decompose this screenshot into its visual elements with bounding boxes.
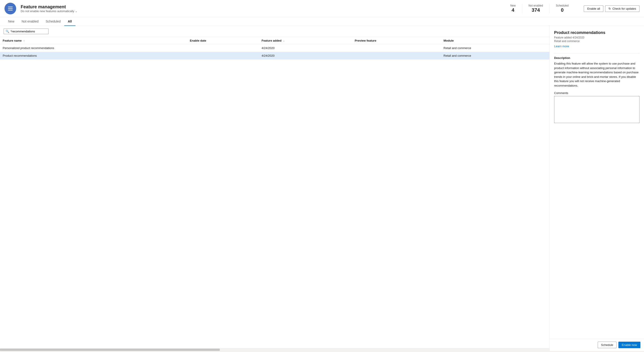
- col-enable-date[interactable]: Enable date: [187, 37, 259, 44]
- page-header: Feature management Do not enable new fea…: [0, 0, 644, 17]
- stat-scheduled: Scheduled 0: [550, 4, 575, 13]
- stat-not-enabled-value: 374: [528, 7, 543, 13]
- subtitle-dropdown[interactable]: Do not enable new features automatically…: [21, 10, 500, 13]
- scrollbar-track: [0, 348, 550, 351]
- comments-label: Comments: [554, 91, 640, 95]
- col-preview-feature-label: Preview feature: [355, 39, 376, 42]
- row-1-col-4: Retail and commerce: [441, 52, 550, 60]
- col-feature-added-label: Feature added: [262, 39, 282, 42]
- svg-rect-2: [8, 10, 13, 10]
- row-0-col-1: [187, 44, 259, 52]
- header-title-block: Feature management Do not enable new fea…: [21, 4, 500, 13]
- table-row[interactable]: Product recommendations4/24/2020Retail a…: [0, 52, 550, 60]
- left-panel: 🔍 Feature name ↑ Enable date: [0, 26, 550, 351]
- table-body: Personalized product recommendations4/24…: [0, 44, 550, 60]
- tab-not-enabled[interactable]: Not enabled: [18, 17, 42, 26]
- row-1-col-2: 4/24/2020: [259, 52, 352, 60]
- svg-rect-1: [8, 8, 13, 9]
- row-1-col-3: [352, 52, 441, 60]
- feature-table-wrapper: Feature name ↑ Enable date Feature added…: [0, 37, 550, 348]
- stat-new-label: New: [510, 4, 516, 7]
- detail-module: Retail and commerce: [554, 40, 640, 43]
- table-row[interactable]: Personalized product recommendations4/24…: [0, 44, 550, 52]
- app-icon: [4, 3, 16, 15]
- search-bar: 🔍: [0, 26, 550, 37]
- table-header: Feature name ↑ Enable date Feature added…: [0, 37, 550, 44]
- sort-desc-icon: ↓: [283, 39, 284, 42]
- tab-scheduled[interactable]: Scheduled: [42, 17, 64, 26]
- detail-feature-added: Feature added 4/24/2020: [554, 36, 640, 39]
- row-0-col-2: 4/24/2020: [259, 44, 352, 52]
- stat-not-enabled-label: Not enabled: [528, 4, 543, 7]
- description-title: Description: [554, 56, 640, 60]
- tab-all[interactable]: All: [64, 17, 76, 26]
- row-0-col-0: Personalized product recommendations: [0, 44, 187, 52]
- stat-scheduled-value: 0: [556, 7, 569, 13]
- col-feature-name-label: Feature name: [3, 39, 22, 42]
- search-input[interactable]: [10, 30, 46, 33]
- sort-asc-icon: ↑: [23, 39, 25, 42]
- feature-table: Feature name ↑ Enable date Feature added…: [0, 37, 550, 60]
- stat-scheduled-label: Scheduled: [556, 4, 569, 7]
- horizontal-scrollbar[interactable]: [0, 348, 550, 351]
- tabs-bar: New Not enabled Scheduled All: [0, 17, 644, 26]
- col-preview-feature[interactable]: Preview feature: [352, 37, 441, 44]
- learn-more-link[interactable]: Learn more: [554, 45, 569, 48]
- header-stats: New 4 Not enabled 374 Scheduled 0: [504, 4, 575, 13]
- col-module[interactable]: Module: [441, 37, 550, 44]
- row-0-col-4: Retail and commerce: [441, 44, 550, 52]
- detail-content: Product recommendations Feature added 4/…: [550, 26, 644, 339]
- col-feature-added[interactable]: Feature added ↓: [259, 37, 352, 44]
- row-0-col-3: [352, 44, 441, 52]
- refresh-icon: ↻: [608, 7, 611, 10]
- main-content: 🔍 Feature name ↑ Enable date: [0, 26, 644, 351]
- search-wrapper[interactable]: 🔍: [4, 29, 48, 34]
- description-text: Enabling this feature will allow the sys…: [554, 61, 640, 88]
- chevron-down-icon: ⌄: [75, 10, 77, 13]
- detail-footer: Schedule Enable now: [550, 339, 644, 351]
- detail-title: Product recommendations: [554, 30, 640, 35]
- svg-rect-0: [8, 7, 13, 7]
- search-icon: 🔍: [6, 30, 9, 33]
- col-module-label: Module: [444, 39, 454, 42]
- row-1-col-1: [187, 52, 259, 60]
- stat-new-value: 4: [510, 7, 516, 13]
- stat-new: New 4: [504, 4, 522, 13]
- enable-all-button[interactable]: Enable all: [584, 6, 603, 12]
- col-feature-name[interactable]: Feature name ↑: [0, 37, 187, 44]
- row-1-col-0: Product recommendations: [0, 52, 187, 60]
- tab-new[interactable]: New: [4, 17, 18, 26]
- scrollbar-thumb[interactable]: [0, 349, 220, 351]
- header-actions: Enable all ↻ Check for updates: [584, 6, 640, 12]
- page-title: Feature management: [21, 4, 500, 10]
- check-updates-button[interactable]: ↻ Check for updates: [605, 6, 640, 12]
- schedule-button[interactable]: Schedule: [598, 342, 616, 348]
- check-updates-label: Check for updates: [612, 7, 636, 10]
- list-icon: [7, 6, 14, 12]
- enable-now-button[interactable]: Enable now: [618, 342, 640, 348]
- col-enable-date-label: Enable date: [190, 39, 206, 42]
- right-panel: Product recommendations Feature added 4/…: [550, 26, 644, 351]
- subtitle-text: Do not enable new features automatically: [21, 10, 74, 13]
- stat-not-enabled: Not enabled 374: [522, 4, 550, 13]
- comments-textarea[interactable]: [554, 96, 640, 123]
- detail-divider-1: [554, 53, 640, 54]
